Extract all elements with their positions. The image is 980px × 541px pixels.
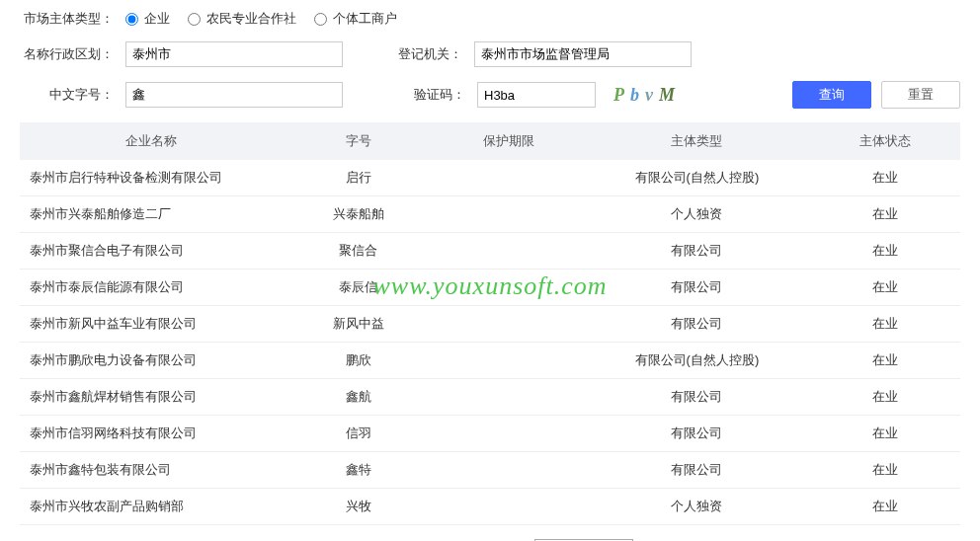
- table-row: 泰州市启行特种设备检测有限公司启行有限公司(自然人控股)在业: [20, 160, 960, 196]
- table-row: 泰州市信羽网络科技有限公司信羽有限公司在业: [20, 416, 960, 452]
- cell-name: 泰州市启行特种设备检测有限公司: [20, 160, 284, 196]
- cell-status: 在业: [810, 489, 960, 525]
- cn-name-input[interactable]: [125, 82, 343, 108]
- captcha-image[interactable]: PbvM: [613, 85, 681, 106]
- entity-type-label: 市场主体类型：: [20, 10, 114, 28]
- region-input[interactable]: [125, 41, 343, 67]
- table-row: 泰州市鑫航焊材销售有限公司鑫航有限公司在业: [20, 379, 960, 416]
- cell-period: [434, 489, 584, 525]
- cell-status: 在业: [810, 379, 960, 416]
- entity-type-radio-group: 企业 农民专业合作社 个体工商户: [125, 10, 397, 28]
- query-button[interactable]: 查询: [792, 81, 871, 109]
- cell-name: 泰州市新风中益车业有限公司: [20, 306, 284, 343]
- table-row: 泰州市兴牧农副产品购销部兴牧个人独资在业: [20, 489, 960, 525]
- radio-coop[interactable]: 农民专业合作社: [188, 10, 296, 28]
- table-header-row: 企业名称 字号 保护期限 主体类型 主体状态: [20, 122, 960, 160]
- cell-period: [434, 343, 584, 379]
- cell-name: 泰州市信羽网络科技有限公司: [20, 416, 284, 452]
- col-type: 主体类型: [584, 122, 809, 160]
- radio-enterprise[interactable]: 企业: [125, 10, 170, 28]
- cell-period: [434, 379, 584, 416]
- cell-type: 有限公司(自然人控股): [584, 160, 809, 196]
- registry-input[interactable]: [474, 41, 692, 67]
- cell-period: [434, 160, 584, 196]
- cell-name: 泰州市兴泰船舶修造二厂: [20, 196, 284, 233]
- cell-name: 泰州市鹏欣电力设备有限公司: [20, 343, 284, 379]
- row-name-captcha: 中文字号： 验证码： PbvM 查询 重置: [20, 81, 960, 109]
- table-row: 泰州市新风中益车业有限公司新风中益有限公司在业: [20, 306, 960, 343]
- cell-brand: 信羽: [284, 416, 434, 452]
- table-body: 泰州市启行特种设备检测有限公司启行有限公司(自然人控股)在业泰州市兴泰船舶修造二…: [20, 160, 960, 525]
- captcha-label: 验证码：: [398, 86, 465, 104]
- col-period: 保护期限: [434, 122, 584, 160]
- cell-name: 泰州市鑫航焊材销售有限公司: [20, 379, 284, 416]
- captcha-char-2: b: [630, 85, 645, 105]
- radio-coop-input[interactable]: [188, 13, 201, 26]
- reset-button[interactable]: 重置: [881, 81, 960, 109]
- cell-status: 在业: [810, 416, 960, 452]
- cell-status: 在业: [810, 233, 960, 270]
- cell-type: 有限公司: [584, 270, 809, 306]
- table-row: 泰州市聚信合电子有限公司聚信合有限公司在业: [20, 233, 960, 270]
- cell-name: 泰州市鑫特包装有限公司: [20, 452, 284, 489]
- radio-individual-input[interactable]: [314, 13, 327, 26]
- cell-type: 个人独资: [584, 489, 809, 525]
- cell-status: 在业: [810, 343, 960, 379]
- cell-type: 有限公司: [584, 379, 809, 416]
- col-status: 主体状态: [810, 122, 960, 160]
- cell-type: 个人独资: [584, 196, 809, 233]
- region-label: 名称行政区划：: [20, 45, 114, 63]
- cell-brand: 鹏欣: [284, 343, 434, 379]
- radio-coop-label: 农民专业合作社: [206, 10, 296, 28]
- table-row: 泰州市鑫特包装有限公司鑫特有限公司在业: [20, 452, 960, 489]
- cell-brand: 泰辰信: [284, 270, 434, 306]
- cell-type: 有限公司: [584, 416, 809, 452]
- cell-status: 在业: [810, 306, 960, 343]
- table-row: 泰州市兴泰船舶修造二厂兴泰船舶个人独资在业: [20, 196, 960, 233]
- cell-type: 有限公司: [584, 306, 809, 343]
- cell-period: [434, 416, 584, 452]
- radio-individual[interactable]: 个体工商户: [314, 10, 397, 28]
- cell-period: [434, 270, 584, 306]
- cell-type: 有限公司(自然人控股): [584, 343, 809, 379]
- radio-individual-label: 个体工商户: [333, 10, 397, 28]
- cn-name-label: 中文字号：: [20, 86, 114, 104]
- cell-brand: 鑫特: [284, 452, 434, 489]
- cell-type: 有限公司: [584, 233, 809, 270]
- cell-brand: 兴泰船舶: [284, 196, 434, 233]
- captcha-char-1: P: [613, 85, 630, 105]
- results-table: 企业名称 字号 保护期限 主体类型 主体状态 泰州市启行特种设备检测有限公司启行…: [20, 122, 960, 525]
- cell-name: 泰州市兴牧农副产品购销部: [20, 489, 284, 525]
- captcha-char-4: M: [659, 85, 681, 105]
- table-row: 泰州市鹏欣电力设备有限公司鹏欣有限公司(自然人控股)在业: [20, 343, 960, 379]
- cell-brand: 鑫航: [284, 379, 434, 416]
- cell-status: 在业: [810, 196, 960, 233]
- captcha-char-3: v: [645, 85, 659, 105]
- radio-enterprise-input[interactable]: [125, 13, 138, 26]
- radio-enterprise-label: 企业: [144, 10, 170, 28]
- cell-brand: 启行: [284, 160, 434, 196]
- row-entity-type: 市场主体类型： 企业 农民专业合作社 个体工商户: [20, 10, 960, 28]
- cell-type: 有限公司: [584, 452, 809, 489]
- cell-period: [434, 233, 584, 270]
- col-brand: 字号: [284, 122, 434, 160]
- table-row: 泰州市泰辰信能源有限公司泰辰信有限公司在业: [20, 270, 960, 306]
- cell-period: [434, 306, 584, 343]
- form-actions: 查询 重置: [792, 81, 960, 109]
- cell-period: [434, 452, 584, 489]
- registry-label: 登记机关：: [398, 45, 462, 63]
- cell-status: 在业: [810, 160, 960, 196]
- cell-name: 泰州市泰辰信能源有限公司: [20, 270, 284, 306]
- cell-status: 在业: [810, 452, 960, 489]
- cell-brand: 聚信合: [284, 233, 434, 270]
- cell-status: 在业: [810, 270, 960, 306]
- cell-period: [434, 196, 584, 233]
- row-region-registry: 名称行政区划： 登记机关：: [20, 41, 960, 67]
- cell-brand: 新风中益: [284, 306, 434, 343]
- col-name: 企业名称: [20, 122, 284, 160]
- captcha-input[interactable]: [477, 82, 596, 108]
- cell-name: 泰州市聚信合电子有限公司: [20, 233, 284, 270]
- cell-brand: 兴牧: [284, 489, 434, 525]
